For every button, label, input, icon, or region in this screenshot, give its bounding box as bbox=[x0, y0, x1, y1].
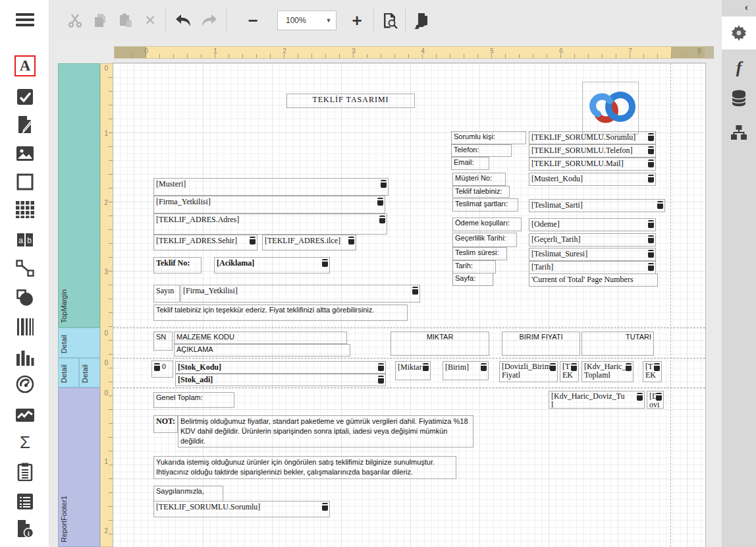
math-formula-tool[interactable]: Σ bbox=[14, 432, 36, 453]
band-detail-2a[interactable]: Detail bbox=[58, 358, 79, 388]
field-firma-yetkilisi[interactable]: [Firma_Yetkilisi] bbox=[153, 196, 385, 214]
field-doviz[interactable]: [Dovi bbox=[647, 391, 664, 409]
band-detail-2b[interactable]: Detail bbox=[79, 358, 100, 388]
label-email[interactable]: Email: bbox=[451, 157, 489, 170]
label-musteri-no[interactable]: Müşteri No: bbox=[452, 173, 506, 186]
label-sayin[interactable]: Sayın bbox=[153, 285, 180, 302]
svg-text:b: b bbox=[27, 236, 32, 245]
cell-t1[interactable]: [TEK bbox=[560, 361, 579, 382]
design-canvas: 0 1 2 3 4 5 6 7 8 0 1 2 3 0 0 0 1 2 Top bbox=[49, 41, 722, 547]
field-tesekkur-text[interactable]: Teklif talebiniz için teşekkür ederiz. F… bbox=[153, 304, 408, 321]
field-teslimat-suresi[interactable]: [Teslimat_Suresi] bbox=[529, 248, 656, 261]
label-sorumlu-kisi[interactable]: Sorumlu kişi: bbox=[451, 131, 526, 144]
field-email[interactable]: [TEKLIF_SORUMLU.Mail] bbox=[529, 158, 656, 171]
header-sn[interactable]: SN bbox=[153, 331, 173, 351]
tab-properties[interactable] bbox=[722, 16, 756, 49]
panel-tool[interactable] bbox=[14, 171, 36, 192]
field-firma-yetkilisi-2[interactable]: [Firma_Yetkilisi] bbox=[180, 285, 420, 302]
label-genel-toplam[interactable]: Genel Toplam: bbox=[153, 392, 234, 408]
sparkline-tool[interactable] bbox=[14, 405, 36, 426]
copy-icon[interactable] bbox=[89, 9, 111, 32]
field-sorumlu-signature[interactable]: [TEKLIF_SORUMLU.Sorumlu] bbox=[153, 501, 330, 517]
chart-tool[interactable] bbox=[14, 347, 36, 368]
menu-icon[interactable] bbox=[16, 13, 34, 29]
image-tool[interactable] bbox=[14, 143, 36, 164]
logo-box[interactable] bbox=[582, 82, 639, 134]
delete-icon[interactable]: ✕ bbox=[139, 9, 161, 32]
cell-stok-adi[interactable]: [Stok_adi] bbox=[175, 374, 386, 386]
text-in-cells-tool[interactable]: a b bbox=[14, 229, 36, 250]
cell-stok-kodu[interactable]: [Stok_Kodu] bbox=[175, 361, 386, 374]
rich-text-tool[interactable] bbox=[14, 114, 36, 135]
field-aciklama[interactable]: [Aciklama] bbox=[214, 257, 330, 274]
zoom-in-icon[interactable]: + bbox=[346, 9, 368, 32]
label-sayfa[interactable]: Sayfa: bbox=[452, 273, 493, 286]
collapse-panel-icon[interactable]: ‹ bbox=[745, 1, 748, 13]
label-tarih[interactable]: Tarih: bbox=[452, 260, 496, 274]
field-musteri[interactable]: [Musteri] bbox=[153, 178, 389, 196]
label-teklif-no[interactable]: Teklif No: bbox=[153, 257, 202, 274]
field-report-title[interactable]: TEKLİF TASARIMI bbox=[286, 94, 415, 108]
cell-miktar[interactable]: [Miktar] bbox=[395, 361, 431, 380]
cell-row-number[interactable]: 0 bbox=[151, 360, 173, 378]
band-top-margin[interactable]: TopMargin bbox=[58, 63, 100, 328]
field-page-numbers[interactable]: 'Current of Total' Page Numbers bbox=[529, 274, 658, 287]
field-ilce[interactable]: [TEKLIF_ADRES.ilce] bbox=[262, 235, 356, 250]
label-teklif-talebiniz[interactable]: Teklif talebiniz: bbox=[452, 186, 510, 198]
cut-icon[interactable] bbox=[64, 9, 86, 32]
cell-t2[interactable]: [TEK bbox=[643, 361, 662, 382]
preview-icon[interactable] bbox=[379, 9, 401, 32]
field-tarih[interactable]: [Tarih] bbox=[529, 261, 656, 274]
subreport-tool[interactable] bbox=[14, 491, 36, 512]
field-marker-icon bbox=[648, 235, 654, 243]
cell-kdv-haric[interactable]: [Kdv_Haric_DToplaml bbox=[581, 361, 634, 382]
barcode-tool[interactable] bbox=[14, 316, 36, 337]
band-report-footer[interactable]: ReportFooter1 bbox=[58, 388, 100, 547]
label-not[interactable]: NOT: bbox=[153, 415, 178, 433]
zoom-select[interactable]: 100% ▼ bbox=[277, 11, 337, 30]
undo-icon[interactable] bbox=[172, 9, 194, 32]
text-tool[interactable]: A bbox=[14, 55, 36, 76]
page-info-tool[interactable]: i bbox=[14, 518, 36, 539]
field-adres[interactable]: [TEKLIF_ADRES.Adres] bbox=[153, 214, 387, 235]
field-odeme[interactable]: [Odeme] bbox=[529, 218, 656, 231]
cell-birim[interactable]: [Birim] bbox=[443, 361, 489, 380]
label-telefon[interactable]: Telefon: bbox=[451, 144, 512, 157]
checkbox-tool[interactable] bbox=[14, 86, 36, 107]
paste-icon[interactable] bbox=[114, 9, 136, 32]
zoom-out-icon[interactable]: − bbox=[242, 9, 264, 32]
header-malzeme-kodu[interactable]: MALZEME KODU bbox=[174, 331, 347, 344]
shape-tool[interactable] bbox=[14, 287, 36, 308]
header-miktar[interactable]: MIKTAR bbox=[391, 331, 489, 356]
field-teslimat-sarti[interactable]: [Teslimat_Sarti] bbox=[529, 199, 665, 212]
field-sehir[interactable]: [TEKLIF_ADRES.Sehir] bbox=[153, 235, 257, 250]
field-marker-icon bbox=[571, 363, 577, 371]
label-teslimat-sartlari[interactable]: Teslimat şartları: bbox=[452, 198, 518, 212]
tab-report-tree[interactable] bbox=[722, 116, 756, 149]
field-telefon[interactable]: [TEKLIF_SORUMLU.Telefon] bbox=[529, 144, 656, 158]
tab-functions[interactable]: f bbox=[722, 51, 756, 84]
cell-dovizli-birim-fiyat[interactable]: [Dovizli_BirimFiyatl bbox=[499, 361, 558, 382]
field-marker-icon bbox=[648, 263, 654, 271]
page-setup-icon[interactable] bbox=[410, 9, 433, 32]
header-birim-fiyati[interactable]: BIRIM FIYATI bbox=[502, 331, 580, 356]
tab-dictionary[interactable] bbox=[722, 82, 756, 115]
field-not-text[interactable]: Belirtmiş olduğumuz fiyatlar, standart p… bbox=[178, 415, 473, 447]
field-sorumlu[interactable]: [TEKLIF_SORUMLU.Sorumlu] bbox=[529, 131, 656, 144]
field-kdv-toplam[interactable]: [Kdv_Haric_Doviz_Tul bbox=[549, 391, 645, 409]
redo-icon[interactable] bbox=[198, 9, 221, 32]
field-musteri-kodu[interactable]: [Musteri_Kodu] bbox=[529, 173, 656, 186]
field-gecerli-tarih[interactable]: [Geçerli_Tarih] bbox=[529, 233, 656, 246]
band-detail-1[interactable]: Detail bbox=[58, 328, 100, 358]
header-aciklama[interactable]: AÇIKLAMA bbox=[174, 344, 350, 357]
header-tutari[interactable]: TUTARI bbox=[581, 331, 654, 356]
field-closing-paragraph[interactable]: Yukarıda istemiş olduğunuz ürünler için … bbox=[153, 456, 456, 479]
clipboard-tool[interactable] bbox=[14, 461, 36, 482]
table-tool[interactable] bbox=[14, 199, 36, 220]
field-saygilarimizla[interactable]: Saygılarımızla, bbox=[153, 486, 223, 502]
label-odeme-kosullari[interactable]: Ödeme koşulları: bbox=[452, 217, 522, 231]
gauge-tool[interactable] bbox=[14, 374, 36, 395]
line-tool[interactable] bbox=[14, 258, 36, 279]
label-teslim-suresi[interactable]: Teslim süresi: bbox=[452, 247, 507, 260]
label-gecerlilik-tarihi[interactable]: Geçerlilik Tarihi: bbox=[452, 233, 517, 247]
